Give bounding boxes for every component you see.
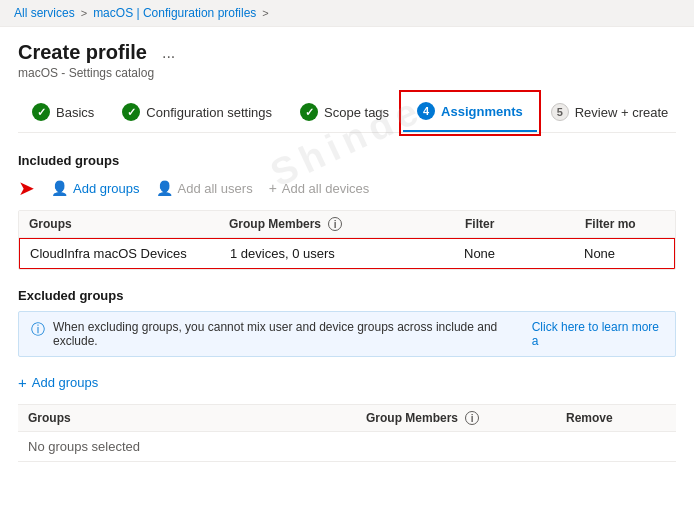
step-assignments[interactable]: 4 Assignments [403,94,537,132]
add-all-devices-icon: + [269,180,277,196]
wizard-steps: ✓ Basics ✓ Configuration settings ✓ Scop… [18,94,676,133]
row-filter-mode: None [584,246,664,261]
excluded-add-groups-label: Add groups [32,375,99,390]
included-groups-action-bar: ➤ 👤 Add groups 👤 Add all users + Add all… [18,176,676,200]
add-all-users-label: Add all users [178,181,253,196]
included-table-header: Groups Group Members i Filter Filter mo [19,211,675,238]
step-config-settings[interactable]: ✓ Configuration settings [108,95,286,131]
group-members-info-icon: i [328,217,342,231]
step-basics[interactable]: ✓ Basics [18,95,108,131]
add-all-users-icon: 👤 [156,180,173,196]
col-filter: Filter [465,217,585,231]
excluded-info-text: When excluding groups, you cannot mix us… [53,320,524,348]
excl-col-groups: Groups [28,411,366,425]
step-review-create[interactable]: 5 Review + create [537,95,683,131]
breadcrumb-all-services[interactable]: All services [14,6,75,20]
row-filter: None [464,246,584,261]
step-basics-label: Basics [56,105,94,120]
row-group-members: 1 devices, 0 users [230,246,464,261]
excluded-info-link[interactable]: Click here to learn more a [532,320,663,348]
page-title: Create profile [18,41,147,64]
excluded-action-bar: + Add groups [18,371,676,394]
row-group-name: CloudInfra macOS Devices [30,246,230,261]
step-scope-label: Scope tags [324,105,389,120]
arrow-indicator: ➤ [18,176,35,200]
step-scope-circle: ✓ [300,103,318,121]
excluded-groups-label: Excluded groups [18,288,676,303]
excluded-add-groups-button[interactable]: + Add groups [18,371,98,394]
step-basics-circle: ✓ [32,103,50,121]
breadcrumb-sep2: > [262,7,268,19]
step-scope-tags[interactable]: ✓ Scope tags [286,95,403,131]
breadcrumb-bar: All services > macOS | Configuration pro… [0,0,694,27]
add-all-devices-label: Add all devices [282,181,369,196]
col-groups: Groups [29,217,229,231]
no-groups-row: No groups selected [18,432,676,462]
step-review-circle: 5 [551,103,569,121]
excl-group-members-info-icon: i [465,411,479,425]
add-groups-label: Add groups [73,181,140,196]
breadcrumb-macos-profiles[interactable]: macOS | Configuration profiles [93,6,256,20]
included-groups-label: Included groups [18,153,676,168]
add-groups-icon: 👤 [51,180,68,196]
add-all-devices-button[interactable]: + Add all devices [269,177,370,199]
step-assignments-label: Assignments [441,104,523,119]
ellipsis-button[interactable]: ... [157,42,180,64]
excl-col-members: Group Members i [366,411,566,425]
col-group-members: Group Members i [229,217,465,231]
page-title-row: Create profile ... [18,41,676,64]
add-groups-button[interactable]: 👤 Add groups [51,177,140,199]
excluded-table-header: Groups Group Members i Remove [18,404,676,432]
excl-col-remove: Remove [566,411,666,425]
included-groups-table: Groups Group Members i Filter Filter mo … [18,210,676,270]
step-config-label: Configuration settings [146,105,272,120]
breadcrumb-sep1: > [81,7,87,19]
page-subtitle: macOS - Settings catalog [18,66,676,80]
col-filter-mode: Filter mo [585,217,665,231]
excluded-add-groups-plus-icon: + [18,374,27,391]
excluded-groups-table: Groups Group Members i Remove No groups … [18,404,676,462]
excluded-groups-info-banner: ⓘ When excluding groups, you cannot mix … [18,311,676,357]
info-icon: ⓘ [31,321,45,339]
step-config-circle: ✓ [122,103,140,121]
step-assignments-circle: 4 [417,102,435,120]
add-all-users-button[interactable]: 👤 Add all users [156,177,253,199]
table-row: CloudInfra macOS Devices 1 devices, 0 us… [19,238,675,269]
step-review-label: Review + create [575,105,669,120]
